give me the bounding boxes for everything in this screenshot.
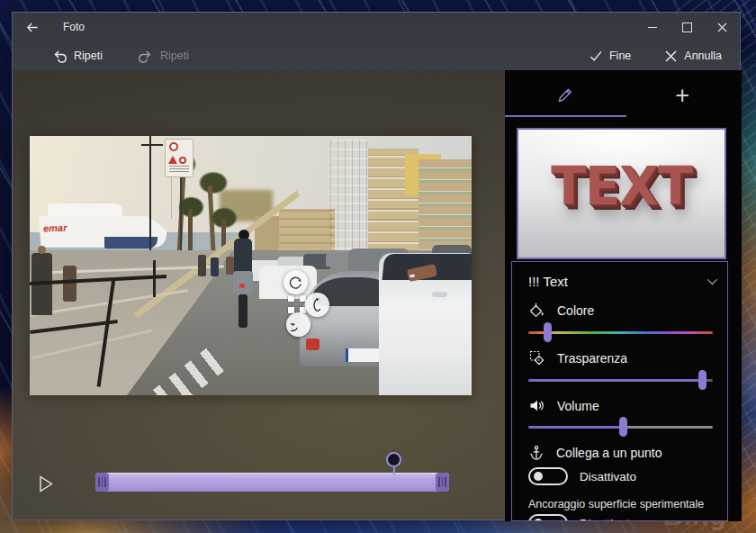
taillight: [306, 339, 320, 350]
move-square: [288, 295, 294, 302]
effects-panel: + TEXT !!! Text Colore: [505, 70, 742, 521]
minimize-icon: [648, 27, 657, 28]
ferry-graffiti-text: emar: [43, 222, 68, 234]
volume-icon: [528, 397, 545, 414]
transparency-icon: [528, 349, 545, 366]
rotate-tilt-icon: [288, 275, 303, 290]
toolbar: Ripeti Ripeti Fine: [13, 41, 740, 70]
cancel-label: Annulla: [684, 50, 722, 62]
undo-button[interactable]: Ripeti: [41, 41, 113, 70]
volume-label: Volume: [557, 399, 599, 413]
tab-edit-effect[interactable]: [505, 70, 624, 121]
pencil-icon: [554, 86, 574, 105]
play-button[interactable]: [36, 474, 56, 493]
attach-point-toggle-row: Disattivato: [528, 467, 636, 485]
back-arrow-icon: [24, 20, 40, 35]
active-tab-indicator: [505, 115, 626, 117]
scooter-wheel: [238, 294, 248, 328]
cancel-button[interactable]: Annulla: [654, 41, 733, 70]
transparency-track-filled[interactable]: [528, 379, 702, 382]
rider-body: [234, 239, 253, 275]
volume-slider-handle[interactable]: [619, 417, 627, 437]
x-icon: [665, 50, 677, 62]
playhead-marker[interactable]: [386, 452, 401, 467]
close-button[interactable]: [705, 13, 740, 41]
done-label: Fine: [609, 50, 631, 62]
pedestrian: [211, 257, 219, 276]
minimize-button[interactable]: [634, 13, 670, 41]
surface-anchor-state: Disattivato: [580, 517, 636, 522]
expander-header[interactable]: !!! Text: [528, 271, 715, 291]
back-button[interactable]: [13, 13, 50, 41]
anchor-icon: [528, 445, 544, 461]
color-slider[interactable]: [528, 322, 713, 342]
photos-app-window: Foto Ripeti: [12, 12, 741, 520]
gizmo-rotate-roll-handle[interactable]: [286, 312, 310, 337]
color-label: Colore: [557, 303, 594, 318]
transparency-slider[interactable]: [528, 370, 713, 390]
redo-button[interactable]: Ripeti: [128, 41, 200, 70]
attach-point-toggle[interactable]: [528, 467, 568, 485]
panel-tabs: +: [505, 70, 742, 121]
plus-icon: +: [675, 84, 689, 108]
door-handle: [432, 292, 447, 297]
titlebar: Foto: [13, 13, 740, 41]
redo-icon: [139, 49, 153, 63]
timeline-track[interactable]: [95, 473, 449, 492]
volume-track-filled[interactable]: [528, 426, 623, 429]
check-icon: [589, 50, 602, 62]
color-slider-track[interactable]: [528, 331, 713, 334]
license-plate: [346, 348, 379, 361]
rotate-yaw-icon: [310, 297, 325, 312]
rotate-roll-icon: [291, 317, 306, 332]
attach-point-label: Collega a un punto: [556, 446, 662, 460]
redo-label: Ripeti: [160, 50, 189, 62]
app-title: Foto: [63, 21, 85, 33]
attach-point-row: Collega a un punto: [528, 445, 662, 461]
tab-add-effect[interactable]: +: [624, 70, 742, 121]
volume-row: Volume: [528, 397, 599, 414]
gizmo-move-handle[interactable]: [288, 295, 306, 313]
video-preview: emar: [30, 136, 472, 395]
pedestrian: [198, 255, 207, 276]
lamppost-arm: [141, 144, 164, 146]
color-row: Colore: [528, 302, 594, 319]
undo-icon: [52, 49, 67, 63]
volume-track-rest[interactable]: [623, 426, 713, 429]
lamppost: [149, 136, 152, 266]
toolbar-right: Fine Annulla: [578, 41, 740, 70]
railing-post: [153, 260, 156, 296]
trim-handle-start[interactable]: [95, 473, 109, 492]
chevron-down-icon: [707, 275, 717, 285]
ferry-mast: [171, 177, 172, 219]
color-bucket-icon: [528, 302, 545, 319]
attach-point-state: Disattivato: [580, 470, 636, 483]
toggle-knob: [534, 472, 543, 481]
transparency-row: Trasparenza: [528, 349, 627, 366]
maximize-icon: [682, 23, 692, 32]
effect-preview-card[interactable]: TEXT: [517, 128, 726, 259]
play-icon: [39, 475, 53, 492]
window-chrome: Foto Ripeti: [13, 13, 740, 70]
undo-label: Ripeti: [74, 50, 103, 62]
road-sign-circle: [179, 157, 186, 164]
toggle-knob: [534, 519, 543, 521]
surface-anchor-toggle[interactable]: [528, 514, 568, 521]
road-sign-triangle: [168, 156, 177, 164]
maximize-button[interactable]: [670, 13, 705, 41]
road-sign-text-lines: [169, 166, 189, 172]
color-slider-handle[interactable]: [544, 322, 552, 342]
volume-slider[interactable]: [528, 417, 713, 437]
car: [326, 253, 348, 267]
transparency-slider-handle[interactable]: [698, 370, 706, 390]
done-button[interactable]: Fine: [578, 41, 642, 70]
gizmo-rotate-yaw-handle[interactable]: [305, 293, 329, 317]
pedestrian: [63, 266, 76, 302]
gizmo-rotate-tilt-handle[interactable]: [284, 270, 308, 294]
close-icon: [717, 23, 727, 32]
surface-anchor-label: Ancoraggio superficie sperimentale: [528, 498, 704, 510]
window-controls: [634, 13, 740, 41]
scooter-taillight: [239, 284, 245, 288]
trim-handle-end[interactable]: [436, 473, 449, 492]
expander-title: !!! Text: [528, 274, 568, 289]
